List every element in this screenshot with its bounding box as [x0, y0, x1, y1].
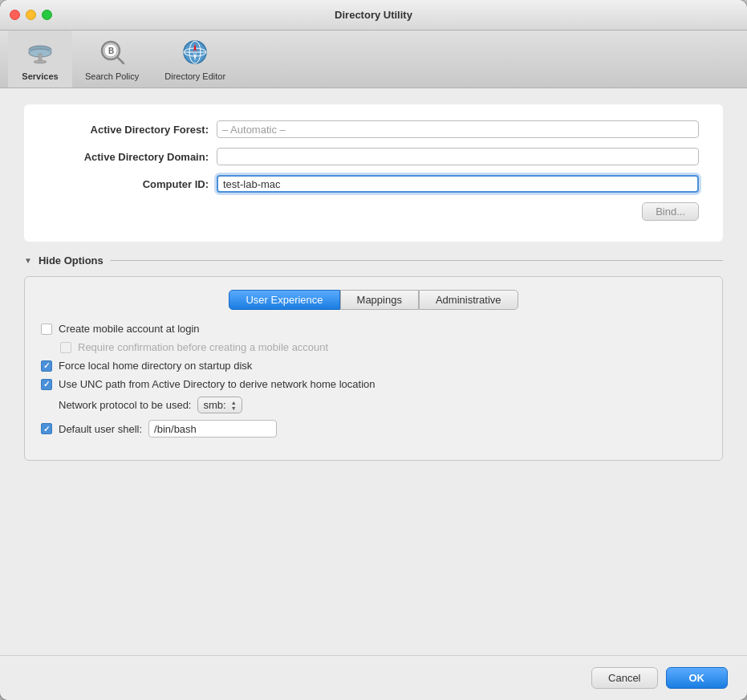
svg-line-8: [117, 57, 124, 63]
domain-input[interactable]: [217, 148, 699, 165]
stepper-up-icon: ▲: [231, 400, 237, 405]
force-local-home-label: Force local home directory on startup di…: [59, 360, 252, 372]
services-icon: [23, 35, 57, 69]
tab-services[interactable]: Services: [8, 31, 72, 88]
minimize-button[interactable]: [26, 10, 36, 20]
form-section: Active Directory Forest: Active Director…: [24, 104, 723, 242]
window-controls: [10, 10, 52, 20]
force-local-home-checkbox[interactable]: [41, 360, 52, 372]
force-local-home-row: Force local home directory on startup di…: [41, 360, 706, 372]
hide-options-label: Hide Options: [39, 254, 104, 267]
toolbar: Services B Search Policy: [0, 31, 747, 88]
search-policy-icon: B: [95, 35, 129, 69]
segmented-control: User Experience Mappings Administrative: [41, 290, 706, 310]
forest-input[interactable]: [217, 120, 699, 138]
protocol-select[interactable]: smb: ▲ ▼: [197, 397, 242, 413]
tab-mappings[interactable]: Mappings: [340, 290, 419, 310]
bind-row: Bind...: [48, 202, 699, 221]
shell-label: Default user shell:: [59, 423, 142, 435]
svg-point-4: [34, 60, 47, 63]
tab-services-label: Services: [22, 71, 58, 81]
close-button[interactable]: [10, 10, 20, 20]
tab-search-policy[interactable]: B Search Policy: [72, 31, 152, 88]
tab-directory-editor-label: Directory Editor: [164, 71, 225, 81]
require-confirm-checkbox[interactable]: [60, 342, 71, 353]
options-panel: User Experience Mappings Administrative …: [24, 276, 723, 461]
titlebar: Directory Utility: [0, 0, 747, 31]
use-unc-checkbox[interactable]: [41, 379, 52, 390]
shell-checkbox[interactable]: [41, 423, 52, 434]
shell-input[interactable]: [148, 420, 277, 438]
computer-id-input[interactable]: [217, 175, 699, 193]
bind-button[interactable]: Bind...: [642, 202, 699, 221]
hide-options-header: ▼ Hide Options: [24, 254, 723, 267]
svg-text:B: B: [108, 47, 114, 55]
mobile-account-label: Create mobile account at login: [59, 323, 200, 335]
divider-line: [110, 260, 723, 261]
protocol-label: Network protocol to be used:: [59, 399, 191, 411]
protocol-stepper[interactable]: ▲ ▼: [231, 400, 237, 411]
stepper-down-icon: ▼: [231, 405, 237, 411]
domain-label: Active Directory Domain:: [48, 151, 209, 163]
domain-field-row: Active Directory Domain:: [48, 148, 699, 165]
computer-id-label: Computer ID:: [48, 178, 209, 190]
use-unc-row: Use UNC path from Active Directory to de…: [41, 378, 706, 390]
forest-label: Active Directory Forest:: [48, 124, 209, 136]
tab-search-policy-label: Search Policy: [85, 71, 139, 81]
use-unc-label: Use UNC path from Active Directory to de…: [59, 378, 376, 390]
tab-user-experience[interactable]: User Experience: [229, 290, 339, 310]
window: Directory Utility Services: [0, 0, 747, 700]
ok-button[interactable]: OK: [666, 667, 729, 689]
triangle-icon[interactable]: ▼: [24, 256, 32, 265]
mobile-account-row: Create mobile account at login: [41, 323, 706, 335]
main-content: Active Directory Forest: Active Director…: [0, 88, 747, 655]
footer: Cancel OK: [0, 655, 747, 700]
require-confirm-row: Require confirmation before creating a m…: [60, 341, 706, 353]
window-title: Directory Utility: [335, 9, 412, 21]
cancel-button[interactable]: Cancel: [591, 667, 657, 689]
require-confirm-label: Require confirmation before creating a m…: [78, 341, 328, 353]
directory-editor-icon: [178, 35, 212, 69]
computer-id-field-row: Computer ID:: [48, 175, 699, 193]
maximize-button[interactable]: [42, 10, 52, 20]
protocol-row: Network protocol to be used: smb: ▲ ▼: [41, 397, 706, 413]
protocol-value: smb:: [203, 399, 225, 411]
forest-field-row: Active Directory Forest:: [48, 120, 699, 138]
mobile-account-checkbox[interactable]: [41, 324, 52, 335]
shell-row: Default user shell:: [41, 420, 706, 438]
tab-directory-editor[interactable]: Directory Editor: [152, 31, 238, 88]
tab-administrative[interactable]: Administrative: [419, 290, 518, 310]
